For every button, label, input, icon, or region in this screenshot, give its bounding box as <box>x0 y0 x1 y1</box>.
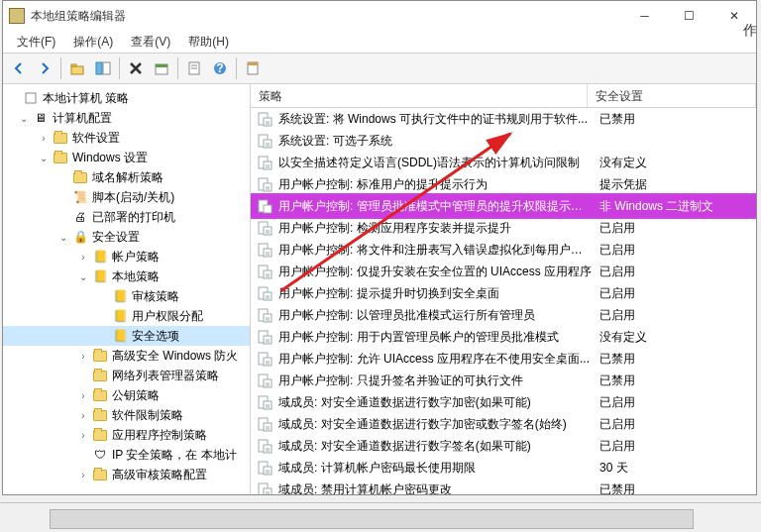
help-button[interactable]: ? <box>208 56 232 80</box>
tree-account-policy[interactable]: ›📒帐户策略 <box>3 247 250 266</box>
tree-advanced-audit[interactable]: ›高级审核策略配置 <box>3 465 250 484</box>
policy-row[interactable]: 系统设置: 可选子系统 <box>251 130 756 152</box>
delete-button[interactable] <box>124 56 148 80</box>
tree-panel[interactable]: 本地计算机 策略 ⌄🖥计算机配置 ›软件设置 ⌄Windows 设置 域名解析策… <box>3 84 251 494</box>
tree-audit-policy[interactable]: 📒审核策略 <box>3 286 250 306</box>
tree-software-restrict[interactable]: ›软件限制策略 <box>3 405 250 425</box>
folder-icon: 📒 <box>92 268 108 284</box>
tree-local-policy[interactable]: ⌄📒本地策略 <box>3 266 250 286</box>
close-button[interactable]: ✕ <box>711 1 756 31</box>
window-title: 本地组策略编辑器 <box>31 8 622 25</box>
tree-computer-config[interactable]: ⌄🖥计算机配置 <box>3 108 250 128</box>
expander-icon[interactable]: › <box>37 131 51 145</box>
list-rows[interactable]: 系统设置: 将 Windows 可执行文件中的证书规则用于软件...已禁用系统设… <box>251 108 756 494</box>
policy-row[interactable]: 用户帐户控制: 管理员批准模式中管理员的提升权限提示的...非 Windows … <box>251 195 756 217</box>
policy-row[interactable]: 域成员: 对安全通道数据进行数字加密(如果可能)已启用 <box>251 391 756 413</box>
tree-network-list[interactable]: 网络列表管理器策略 <box>3 366 250 385</box>
policy-row[interactable]: 用户帐户控制: 将文件和注册表写入错误虚拟化到每用户位置已启用 <box>251 239 756 261</box>
policy-row[interactable]: 用户帐户控制: 只提升签名并验证的可执行文件已禁用 <box>251 370 756 391</box>
policy-row[interactable]: 系统设置: 将 Windows 可执行文件中的证书规则用于软件...已禁用 <box>251 108 756 130</box>
svg-rect-5 <box>156 64 167 67</box>
list-headers: 策略 安全设置 <box>251 84 756 108</box>
column-policy[interactable]: 策略 <box>251 84 588 107</box>
policy-row[interactable]: 用户帐户控制: 以管理员批准模式运行所有管理员已启用 <box>251 304 756 326</box>
properties-button[interactable] <box>241 56 265 80</box>
policy-row[interactable]: 用户帐户控制: 允许 UIAccess 应用程序在不使用安全桌面...已禁用 <box>251 348 756 370</box>
show-hide-tree-button[interactable] <box>91 56 115 80</box>
expander-icon[interactable]: › <box>76 250 90 264</box>
policy-row[interactable]: 用户帐户控制: 标准用户的提升提示行为提示凭据 <box>251 173 756 195</box>
policy-setting: 已启用 <box>592 220 756 237</box>
export-button[interactable] <box>150 56 173 80</box>
policy-row[interactable]: 用户帐户控制: 检测应用程序安装并提示提升已启用 <box>251 217 756 239</box>
policy-row[interactable]: 域成员: 禁用计算机帐户密码更改已禁用 <box>251 479 756 494</box>
policy-setting: 已启用 <box>592 285 756 302</box>
up-button[interactable] <box>65 56 89 80</box>
policy-row[interactable]: 用户帐户控制: 仅提升安装在安全位置的 UIAccess 应用程序已启用 <box>251 261 756 282</box>
tree-public-key[interactable]: ›公钥策略 <box>3 385 250 405</box>
policy-icon <box>257 372 272 388</box>
policy-name: 用户帐户控制: 检测应用程序安装并提示提升 <box>278 220 592 237</box>
policy-setting: 已禁用 <box>592 481 756 495</box>
expander-icon[interactable]: › <box>76 468 90 481</box>
minimize-button[interactable]: ─ <box>622 1 667 31</box>
expander-icon[interactable]: ⌄ <box>56 230 70 244</box>
tree-label: Windows 设置 <box>72 150 148 166</box>
expander-icon[interactable]: › <box>76 428 90 442</box>
tree-label: 应用程序控制策略 <box>112 427 207 444</box>
tree-label: 审核策略 <box>132 288 179 305</box>
policy-name: 域成员: 对安全通道数据进行数字加密或数字签名(始终) <box>278 416 592 433</box>
expander-icon[interactable]: › <box>76 408 90 422</box>
tree-software-settings[interactable]: ›软件设置 <box>3 128 250 148</box>
refresh-button[interactable] <box>182 56 206 80</box>
toolbar-separator <box>177 57 178 79</box>
tree-label: 域名解析策略 <box>92 169 163 186</box>
expander-icon[interactable]: › <box>76 349 90 363</box>
policy-icon <box>257 198 272 214</box>
tree-windows-settings[interactable]: ⌄Windows 设置 <box>3 148 250 167</box>
policy-icon <box>257 285 272 301</box>
folder-icon <box>72 169 88 185</box>
menu-view[interactable]: 查看(V) <box>123 32 178 53</box>
menu-file[interactable]: 文件(F) <box>9 32 63 53</box>
tree-label: 高级安全 Windows 防火 <box>112 348 238 365</box>
tree-security-options[interactable]: 📒安全选项 <box>3 326 250 346</box>
policy-row[interactable]: 以安全描述符定义语言(SDDL)语法表示的计算机访问限制没有定义 <box>251 152 756 173</box>
policy-name: 用户帐户控制: 管理员批准模式中管理员的提升权限提示的... <box>278 198 592 215</box>
policy-row[interactable]: 用户帐户控制: 用于内置管理员帐户的管理员批准模式没有定义 <box>251 326 756 348</box>
forward-button[interactable] <box>33 56 56 80</box>
back-button[interactable] <box>7 56 31 80</box>
menu-action[interactable]: 操作(A) <box>65 32 121 53</box>
folder-icon <box>53 130 68 146</box>
tree-scripts[interactable]: 📜脚本(启动/关机) <box>3 187 250 207</box>
policy-setting: 已禁用 <box>592 111 756 128</box>
policy-icon <box>257 176 272 192</box>
policy-row[interactable]: 域成员: 对安全通道数据进行数字签名(如果可能)已启用 <box>251 435 756 457</box>
tree-security-settings[interactable]: ⌄🔒安全设置 <box>3 227 250 247</box>
tree-ip-security[interactable]: 🛡IP 安全策略，在 本地计 <box>3 445 250 465</box>
policy-icon <box>257 111 272 127</box>
policy-icon <box>23 90 39 106</box>
tree-advanced-firewall[interactable]: ›高级安全 Windows 防火 <box>3 346 250 366</box>
maximize-button[interactable]: ☐ <box>667 1 711 31</box>
expander-icon[interactable]: › <box>76 388 90 402</box>
titlebar: 本地组策略编辑器 ─ ☐ ✕ <box>3 1 756 31</box>
expander-icon[interactable]: ⌄ <box>76 269 90 283</box>
tree-dns-policy[interactable]: 域名解析策略 <box>3 167 250 187</box>
svg-text:?: ? <box>216 61 223 75</box>
column-setting[interactable]: 安全设置 <box>588 84 756 107</box>
expander-icon[interactable] <box>7 91 21 105</box>
policy-row[interactable]: 用户帐户控制: 提示提升时切换到安全桌面已启用 <box>251 282 756 304</box>
tree-label: 公钥策略 <box>112 387 160 404</box>
folder-icon: 📒 <box>112 328 128 344</box>
policy-row[interactable]: 域成员: 对安全通道数据进行数字加密或数字签名(始终)已启用 <box>251 413 756 435</box>
tree-user-rights[interactable]: 📒用户权限分配 <box>3 306 250 326</box>
tree-deployed-printers[interactable]: 🖨已部署的打印机 <box>3 207 250 227</box>
tree-app-control[interactable]: ›应用程序控制策略 <box>3 425 250 445</box>
menu-help[interactable]: 帮助(H) <box>180 32 237 53</box>
expander-icon[interactable]: ⌄ <box>37 151 51 164</box>
expander-icon[interactable]: ⌄ <box>17 111 31 125</box>
policy-row[interactable]: 域成员: 计算机帐户密码最长使用期限30 天 <box>251 457 756 479</box>
svg-rect-0 <box>71 66 83 74</box>
tree-root[interactable]: 本地计算机 策略 <box>3 88 250 108</box>
